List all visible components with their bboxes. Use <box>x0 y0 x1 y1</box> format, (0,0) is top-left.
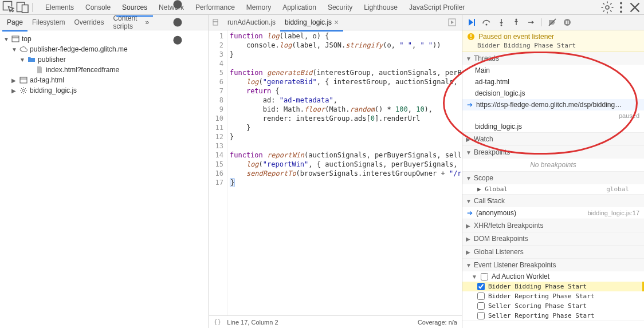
pause-banner: Paused on event listener Bidder Bidding … <box>462 30 644 52</box>
evlb-checkbox[interactable] <box>477 283 485 290</box>
evlb-category[interactable]: ▼Ad Auction Worklet <box>462 271 644 282</box>
step-out-icon[interactable] <box>512 18 521 27</box>
tab-jsprofiler[interactable]: JavaScript Profiler <box>403 1 470 14</box>
evlb-category-checkbox[interactable] <box>481 273 488 280</box>
devtools-tabs: Elements Console Sources Network Perform… <box>40 1 470 14</box>
section-breakpoints-header[interactable]: ▼Breakpoints <box>462 146 644 159</box>
svg-rect-17 <box>474 19 475 26</box>
step-icon[interactable] <box>527 18 536 27</box>
thread-label: bidding_logic.js <box>475 122 522 131</box>
svg-rect-14 <box>213 22 218 25</box>
coverage-label: Coverage: n/a <box>418 319 457 326</box>
subtab-more-icon[interactable]: » <box>145 18 149 26</box>
editor-tab-runadauction[interactable]: runAdAuction.js <box>223 17 280 28</box>
evlb-checkbox[interactable] <box>477 302 485 310</box>
svg-rect-15 <box>213 19 218 22</box>
svg-rect-1 <box>22 5 29 13</box>
scope-value: global <box>606 185 629 193</box>
thread-label: https://dsp-fledge-demo.glitch.me/dsp/bi… <box>476 101 625 109</box>
svg-point-5 <box>620 10 622 13</box>
section-evlb-header[interactable]: ▼Event Listener Breakpoints <box>462 259 644 271</box>
svg-point-4 <box>620 6 622 9</box>
tab-memory[interactable]: Memory <box>241 1 277 14</box>
section-scope-header[interactable]: ▼Scope <box>462 172 644 184</box>
svg-point-20 <box>516 19 517 21</box>
svg-rect-9 <box>12 36 19 42</box>
close-icon[interactable]: × <box>334 18 339 27</box>
tab-security[interactable]: Security <box>322 1 358 14</box>
tree-adtag[interactable]: ▶ad-tag.html <box>10 75 206 85</box>
section-dom-header[interactable]: ▶DOM Breakpoints <box>462 232 644 245</box>
evlb-checkbox[interactable] <box>477 293 485 300</box>
tab-lighthouse[interactable]: Lighthouse <box>358 1 403 14</box>
section-title: XHR/fetch Breakpoints <box>474 222 543 230</box>
section-xhr-header[interactable]: ▶XHR/fetch Breakpoints <box>462 219 644 232</box>
evlb-item[interactable]: Bidder Reporting Phase Start <box>462 291 644 301</box>
cursor-arrow-icon: ↖ <box>486 196 493 205</box>
evlb-label: Seller Scoring Phase Start <box>488 302 587 310</box>
subtab-page[interactable]: Page <box>2 16 28 29</box>
tab-sources[interactable]: Sources <box>116 1 153 14</box>
section-title: Breakpoints <box>474 148 510 156</box>
thread-item[interactable]: bidding_logic.js <box>462 121 644 132</box>
close-devtools-icon[interactable] <box>628 1 642 14</box>
thread-label: decision_logic.js <box>475 89 525 97</box>
subtab-filesystem[interactable]: Filesystem <box>28 16 69 29</box>
section-watch-header[interactable]: ▶Watch <box>462 133 644 145</box>
scope-label: Global <box>485 185 508 193</box>
tree-label: publisher-fledge-demo.glitch.me <box>30 45 128 53</box>
code-editor[interactable]: function log(label, o) { console.log(lab… <box>227 30 462 315</box>
evlb-category-label: Ad Auction Worklet <box>492 272 549 280</box>
evlb-checkbox[interactable] <box>477 312 485 319</box>
callstack-frame[interactable]: ➔(anonymous)bidding_logic.js:17 <box>462 207 644 219</box>
svg-rect-24 <box>568 21 569 24</box>
section-callstack-header[interactable]: ▼Call Stack↖ <box>462 195 644 207</box>
device-toolbar-icon[interactable] <box>16 1 30 14</box>
section-global-header[interactable]: ▶Global Listeners <box>462 246 644 258</box>
pause-on-exceptions-icon[interactable] <box>563 18 572 27</box>
tree-top[interactable]: ▼top <box>2 34 206 44</box>
evlb-item[interactable]: Bidder Bidding Phase Start <box>462 282 644 291</box>
tree-label: ad-tag.html <box>30 76 64 84</box>
evlb-item[interactable]: Seller Scoring Phase Start <box>462 301 644 311</box>
subtab-overrides[interactable]: Overrides <box>69 16 108 29</box>
tab-elements[interactable]: Elements <box>40 1 80 14</box>
svg-point-13 <box>22 89 25 92</box>
braces-icon[interactable]: {} <box>214 318 221 326</box>
thread-item[interactable]: Main <box>462 65 644 76</box>
tab-application[interactable]: Application <box>277 1 322 14</box>
thread-item-current[interactable]: ➔https://dsp-fledge-demo.glitch.me/dsp/b… <box>462 99 644 110</box>
no-breakpoints-label: No breakpoints <box>462 159 644 171</box>
tree-file-index[interactable]: index.html?fencedframe <box>26 65 206 75</box>
step-over-icon[interactable] <box>482 18 491 27</box>
resume-icon[interactable] <box>467 18 476 27</box>
evlb-label: Bidder Reporting Phase Start <box>488 293 594 300</box>
kebab-menu-icon[interactable] <box>614 1 628 14</box>
cloud-icon <box>19 45 28 53</box>
pause-subtitle: Bidder Bidding Phase Start <box>477 42 639 49</box>
inspect-element-icon[interactable] <box>2 1 16 14</box>
step-into-icon[interactable] <box>497 18 506 27</box>
svg-point-3 <box>620 2 622 4</box>
svg-point-19 <box>501 25 502 26</box>
scope-global-row[interactable]: ▶ Globalglobal <box>462 184 644 194</box>
tree-bidlogic[interactable]: ▶bidding_logic.js <box>10 85 206 96</box>
tree-folder[interactable]: ▼publisher <box>18 54 206 65</box>
editor-tab-biddinglogic[interactable]: bidding_logic.js× <box>280 16 343 29</box>
svg-point-18 <box>486 24 488 26</box>
section-threads-header[interactable]: ▼Threads <box>462 52 644 65</box>
deactivate-breakpoints-icon[interactable] <box>548 18 557 27</box>
code-gutter: 1234567891011121314151617 <box>209 30 227 315</box>
window-icon <box>11 35 19 43</box>
run-snippet-icon[interactable] <box>448 18 456 26</box>
svg-rect-26 <box>470 34 472 37</box>
file-tree: ▼top ▼publisher-fledge-demo.glitch.me ▼p… <box>0 30 209 328</box>
evlb-item[interactable]: Seller Reporting Phase Start <box>462 311 644 321</box>
svg-point-22 <box>564 19 571 26</box>
settings-gear-icon[interactable] <box>600 1 614 14</box>
thread-item[interactable]: decision_logic.js <box>462 88 644 99</box>
thread-label: Main <box>475 66 490 74</box>
thread-item[interactable]: ad-tag.html <box>462 76 644 88</box>
cursor-position-label: Line 17, Column 2 <box>227 319 278 326</box>
tree-origin[interactable]: ▼publisher-fledge-demo.glitch.me <box>10 44 206 54</box>
